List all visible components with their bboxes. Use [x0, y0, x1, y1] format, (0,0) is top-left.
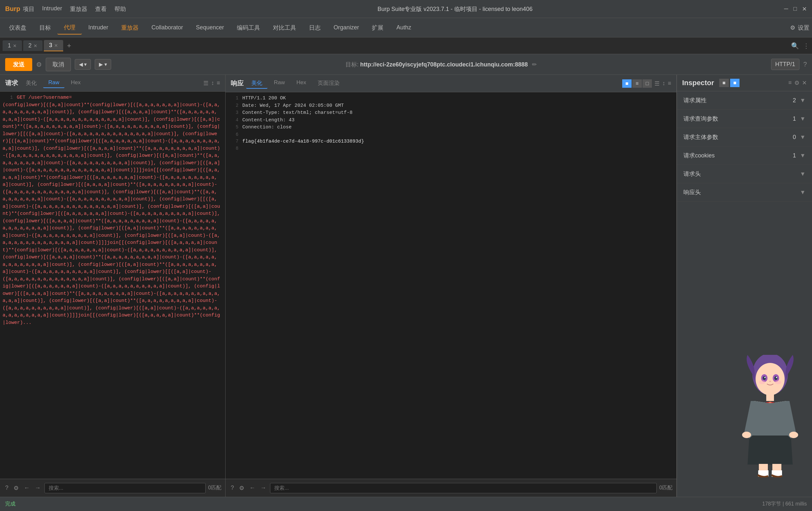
- response-tool-1[interactable]: ☰: [655, 80, 660, 87]
- inspector-ctrl-1[interactable]: ≡: [788, 79, 792, 86]
- request-settings-icon[interactable]: ⚙: [12, 483, 20, 493]
- response-code-area[interactable]: 1 HTTP/1.1 200 OK 2 Date: Wed, 17 Apr 20…: [226, 92, 676, 479]
- minimize-button[interactable]: ─: [784, 5, 788, 12]
- response-tool-3[interactable]: ≡: [668, 80, 671, 87]
- response-prev-icon[interactable]: ←: [248, 483, 257, 493]
- tab-2-close[interactable]: ✕: [33, 43, 37, 48]
- inspector-ctrl-2[interactable]: ⚙: [794, 79, 800, 86]
- request-help-icon[interactable]: ?: [4, 483, 10, 493]
- nav-comparer[interactable]: 对比工具: [266, 21, 302, 34]
- tab-3[interactable]: 3 ✕: [44, 40, 63, 51]
- menu-view[interactable]: 查看: [95, 5, 107, 13]
- svg-point-10: [775, 380, 781, 384]
- nav-authz[interactable]: Authz: [390, 22, 417, 33]
- inspector-item-request-headers[interactable]: 请求头 ▼: [677, 165, 812, 183]
- response-panel-title: 响应: [231, 79, 243, 88]
- nav-encoder[interactable]: 编码工具: [230, 21, 266, 34]
- statusbar: 完成 178字节 | 661 millis: [0, 497, 812, 511]
- response-tab-hex[interactable]: Hex: [291, 78, 311, 89]
- response-content-2: Date: Wed, 17 Apr 2024 02:05:00 GMT: [242, 102, 344, 110]
- response-content-3: Content-Type: text/html; charset=utf-8: [242, 109, 352, 117]
- nav-organizer[interactable]: Organizer: [327, 22, 366, 33]
- nav-repeater[interactable]: 重放器: [115, 21, 145, 34]
- nav-next-button[interactable]: ▶ ▾: [95, 59, 111, 70]
- response-tab-raw[interactable]: Raw: [269, 78, 290, 89]
- response-tab-beautify[interactable]: 美化: [246, 78, 267, 89]
- tab-1[interactable]: 1 ✕: [3, 40, 22, 51]
- settings-icon[interactable]: ⚙: [36, 61, 42, 69]
- close-button[interactable]: ✕: [802, 5, 807, 12]
- response-search-input[interactable]: [270, 483, 657, 493]
- search-icon[interactable]: 🔍: [791, 42, 799, 50]
- request-tab-beautify[interactable]: 美化: [21, 78, 42, 88]
- response-view-buttons: ■ ≡ □: [622, 79, 652, 88]
- view-btn-2[interactable]: ≡: [632, 79, 642, 88]
- inspector-item-request-attrs[interactable]: 请求属性 2 ▼: [677, 91, 812, 110]
- http-version-selector[interactable]: HTTP/1: [771, 59, 800, 70]
- nav-dashboard[interactable]: 仪表盘: [3, 21, 33, 34]
- gear-icon: ⚙: [790, 24, 795, 31]
- request-tab-hex[interactable]: Hex: [66, 78, 86, 88]
- response-line-3: 3 Content-Type: text/html; charset=utf-8: [226, 109, 676, 117]
- view-btn-3[interactable]: □: [642, 79, 652, 88]
- nav-collaborator[interactable]: Collaborator: [145, 22, 190, 33]
- response-next-icon[interactable]: →: [259, 483, 267, 493]
- nav-prev-button[interactable]: ◀ ▾: [75, 59, 91, 70]
- response-content-1: HTTP/1.1 200 OK: [242, 95, 286, 102]
- target-label: 目标:: [345, 61, 359, 68]
- request-next-icon[interactable]: →: [33, 483, 42, 493]
- settings-label: 设置: [798, 24, 809, 32]
- menu-help[interactable]: 帮助: [114, 5, 126, 13]
- response-settings-icon[interactable]: ⚙: [238, 483, 245, 493]
- code-line-2: (config|lower)[([a,a]|count)**(config|lo…: [0, 102, 225, 327]
- response-tab-render[interactable]: 页面渲染: [313, 78, 345, 89]
- inspector-item-query-params[interactable]: 请求查询参数 1 ▼: [677, 110, 812, 128]
- svg-point-4: [763, 376, 766, 380]
- tab-2[interactable]: 2 ✕: [23, 40, 42, 51]
- response-help-icon[interactable]: ?: [229, 483, 235, 493]
- maximize-button[interactable]: □: [793, 5, 797, 12]
- more-icon[interactable]: ⋮: [803, 42, 809, 50]
- request-tool-3[interactable]: ≡: [216, 80, 220, 87]
- nav-target[interactable]: 目标: [33, 21, 57, 34]
- chevron-down-icon: ▼: [800, 115, 806, 122]
- nav-extensions[interactable]: 扩展: [366, 21, 390, 34]
- nav-logger[interactable]: 日志: [302, 21, 327, 34]
- request-tool-2[interactable]: ↕: [211, 80, 214, 87]
- request-tab-raw[interactable]: Raw: [43, 78, 64, 88]
- request-search-input[interactable]: [45, 483, 206, 493]
- edit-target-icon[interactable]: ✏: [532, 61, 537, 68]
- inspector-close[interactable]: ✕: [802, 79, 807, 86]
- chevron-down-icon: ▼: [800, 189, 806, 196]
- titlebar: Burp 项目 Intruder 重放器 查看 帮助 Burp Suite专业版…: [0, 0, 812, 18]
- request-prev-icon[interactable]: ←: [23, 483, 31, 493]
- menu-intruder[interactable]: Intruder: [42, 5, 62, 13]
- response-line-4: 4 Content-Length: 43: [226, 117, 676, 124]
- inspector-panel: Inspector ■ ■ ≡ ⚙ ✕ 请求属性 2 ▼ 请求查询参数 1 ▼ …: [677, 75, 812, 497]
- help-icon[interactable]: ?: [803, 61, 807, 68]
- nav-sequencer[interactable]: Sequencer: [190, 22, 230, 33]
- tab-3-close[interactable]: ✕: [54, 43, 58, 48]
- inspector-item-body-params[interactable]: 请求主体参数 0 ▼: [677, 128, 812, 146]
- svg-point-14: [789, 432, 798, 438]
- menu-project[interactable]: 项目: [23, 5, 34, 13]
- send-button[interactable]: 发送: [5, 58, 32, 71]
- inspector-view-2[interactable]: ■: [730, 79, 740, 87]
- code-line-1: 1 GET /user?username=: [0, 94, 225, 102]
- request-line-1: GET /user?username=: [17, 94, 72, 102]
- view-btn-1[interactable]: ■: [622, 79, 632, 88]
- inspector-item-response-headers[interactable]: 响应头 ▼: [677, 183, 812, 201]
- tab-add-button[interactable]: +: [64, 40, 74, 51]
- request-tool-1[interactable]: ☰: [203, 80, 208, 87]
- menu-repeater[interactable]: 重放器: [70, 5, 87, 13]
- tab-1-close[interactable]: ✕: [13, 43, 17, 48]
- cancel-button[interactable]: 取消: [46, 58, 71, 71]
- request-code-area[interactable]: 1 GET /user?username= (config|lower)[([a…: [0, 91, 225, 479]
- settings-button[interactable]: ⚙ 设置: [790, 24, 809, 32]
- inspector-view-1[interactable]: ■: [719, 79, 729, 87]
- nav-proxy[interactable]: 代理: [57, 21, 82, 34]
- inspector-item-cookies[interactable]: 请求cookies 1 ▼: [677, 146, 812, 165]
- response-tool-2[interactable]: ↕: [662, 80, 665, 87]
- nav-intruder[interactable]: Intruder: [82, 22, 115, 33]
- inspector-controls: ≡ ⚙ ✕: [788, 79, 807, 86]
